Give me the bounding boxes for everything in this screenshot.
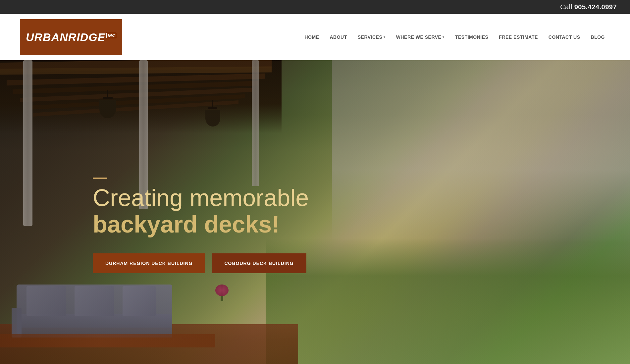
hero-content: Creating memorable backyard decks! DURHA… [0,151,309,273]
nav-item-contact-us[interactable]: CONTACT US [543,34,586,40]
nav-item-testimonies[interactable]: TESTIMONIES [450,34,494,40]
nav-item-free-estimate[interactable]: FREE ESTIMATE [494,34,543,40]
hero-title: Creating memorable backyard decks! [93,185,309,237]
nav-item-home[interactable]: HOME [299,34,324,40]
main-nav: HOME ABOUT SERVICES ▾ WHERE WE SERVE ▾ T… [299,34,610,40]
site-logo[interactable]: UrbanRidgeINC [20,19,122,55]
nav-item-services[interactable]: SERVICES ▾ [352,34,391,40]
cta-button-durham[interactable]: DURHAM REGION DECK BUILDING [93,253,205,273]
hero-title-part2: backyard decks! [93,211,280,237]
hero-cta-buttons: DURHAM REGION DECK BUILDING COBOURG DECK… [93,253,309,273]
phone-number: 905.424.0997 [574,3,617,11]
hero-accent-line [93,178,107,179]
nav-item-blog[interactable]: BLOG [586,34,610,40]
services-chevron-icon: ▾ [384,35,386,39]
hero-section: Creating memorable backyard decks! DURHA… [0,60,630,364]
nav-item-where-we-serve[interactable]: WHERE WE SERVE ▾ [391,34,450,40]
logo-text: UrbanRidgeINC [26,31,116,43]
cta-button-cobourg[interactable]: COBOURG DECK BUILDING [212,253,306,273]
hero-title-part1: Creating memorable [93,184,309,211]
nav-item-about[interactable]: ABOUT [324,34,352,40]
where-we-serve-chevron-icon: ▾ [443,35,445,39]
phone-call-label: Call [560,3,574,11]
top-bar: Call 905.424.0997 [0,0,630,14]
phone-display: Call 905.424.0997 [560,3,617,11]
site-header: UrbanRidgeINC HOME ABOUT SERVICES ▾ WHER… [0,14,630,60]
